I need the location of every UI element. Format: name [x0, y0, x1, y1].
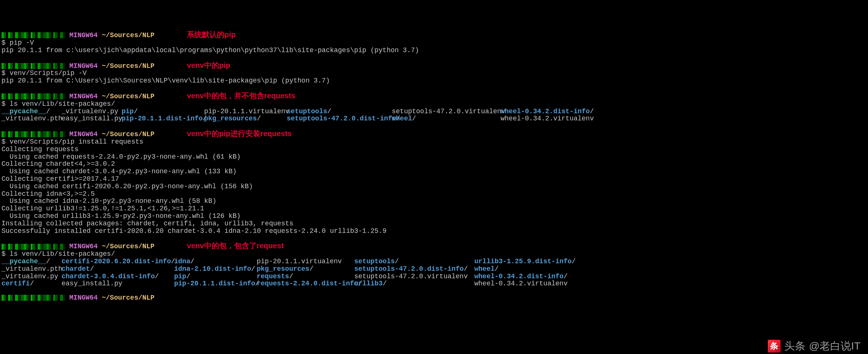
command-line[interactable]: $ venv/Scripts/pip -V [2, 70, 866, 77]
shell-label: MINGW64 [69, 130, 98, 138]
shell-label: MINGW64 [69, 243, 98, 250]
ls-name: requests [257, 273, 289, 280]
watermark-prefix: 头条 [784, 340, 805, 352]
output-line: Collecting certifi>=2017.4.17 [2, 176, 866, 183]
ls-entry: _virtualenv.pth [2, 266, 62, 273]
hostname-redacted [2, 93, 65, 99]
prompt-path: ~/Sources/NLP [102, 294, 154, 302]
ls-entry: setuptools-47.2.0.dist-info/ [354, 266, 474, 273]
ls-name: urllib3 [354, 280, 383, 287]
ls-entry: certifi-2020.6.20.dist-info/ [62, 258, 174, 266]
ls-slash: / [289, 273, 293, 280]
ls-name: easy_install.py [62, 115, 122, 122]
annotation: 系统默认的pip [187, 30, 236, 39]
ls-name: wheel-0.34.2.dist-info [474, 273, 564, 280]
command-text: pip -V [10, 39, 34, 46]
prompt-line: MINGW64 ~/Sources/NLP venv中的包，包含了request [2, 242, 866, 250]
hostname-redacted [2, 63, 65, 69]
output-line: Collecting idna<3,>=2.5 [2, 190, 866, 198]
annotation: venv中的包，包含了request [187, 242, 284, 250]
ls-entry: pkg_resources/ [257, 266, 354, 273]
ls-entry: setuptools-47.2.0.dist-info/ [287, 115, 392, 123]
ls-listing: __pycache__/certifi-2020.6.20.dist-info/… [2, 258, 866, 288]
blank-line [2, 123, 866, 129]
hostname-redacted [2, 244, 65, 250]
ls-name: wheel-0.34.2.dist-info [501, 108, 590, 115]
command-line[interactable]: $ pip -V [2, 39, 866, 47]
ls-entry: wheel/ [474, 266, 587, 273]
command-text: venv/Scripts/pip install requests [10, 138, 143, 146]
ls-name: __pycache__ [2, 258, 46, 265]
ls-entry: pip-20.1.1.virtualenv [204, 108, 287, 116]
ls-slash: / [190, 258, 194, 265]
ls-entry: chardet/ [62, 266, 174, 273]
shell-label: MINGW64 [69, 62, 98, 70]
ls-entry: chardet-3.0.4.dist-info/ [62, 273, 174, 280]
command-text: venv/Scripts/pip -V [10, 69, 87, 77]
ls-name: pip-20.1.1.virtualenv [257, 258, 342, 265]
ls-entry: setuptools/ [287, 108, 392, 116]
prompt-path: ~/Sources/NLP [102, 243, 154, 250]
ls-name: wheel [474, 265, 495, 273]
prompt-line: MINGW64 ~/Sources/NLP venv中的pip进行安装reque… [2, 129, 866, 138]
prompt-line: MINGW64 ~/Sources/NLP venv中的pip [2, 61, 866, 70]
blank-line [2, 85, 866, 92]
ls-slash: / [383, 280, 387, 287]
ls-entry: requests-2.24.0.dist-info/ [257, 280, 354, 288]
ls-slash: / [395, 258, 399, 265]
ls-slash: / [46, 108, 50, 115]
prompt-path: ~/Sources/NLP [102, 62, 154, 70]
ls-entry: easy_install.py [62, 115, 122, 123]
command-line[interactable]: $ ls venv/Lib/site-packages/ [2, 250, 866, 258]
ls-name: setuptools-47.2.0.dist-info [354, 265, 464, 273]
output-line: pip 20.1.1 from c:\users\jich\appdata\lo… [2, 47, 866, 54]
ls-entry: _virtualenv.py [2, 273, 62, 280]
ls-entry: __pycache__/ [2, 108, 62, 116]
output-line: Using cached chardet-3.0.4-py2.py3-none-… [2, 168, 866, 176]
ls-entry: _virtualenv.py [62, 108, 122, 116]
ls-slash: / [309, 265, 313, 273]
ls-name: _virtualenv.pth [2, 115, 62, 122]
ls-name: idna-2.10.dist-info [174, 265, 251, 273]
ls-name: _virtualenv.py [2, 273, 58, 280]
ls-name: idna [174, 258, 190, 265]
ls-name: setuptools-47.2.0.virtualenv [392, 108, 505, 115]
ls-name: wheel-0.34.2.virtualenv [474, 280, 567, 287]
ls-name: _virtualenv.pth [2, 265, 62, 273]
output-line: Using cached urllib3-1.25.9-py2.py3-none… [2, 213, 866, 220]
ls-slash: / [464, 265, 468, 273]
ls-entry: urllib3/ [354, 280, 474, 288]
ls-name: __pycache__ [2, 108, 46, 115]
ls-entry: urllib3-1.25.9.dist-info/ [474, 258, 587, 266]
ls-entry: wheel/ [392, 115, 501, 123]
hostname-redacted [2, 32, 65, 38]
output-line: Using cached certifi-2020.6.20-py2.py3-n… [2, 183, 866, 190]
ls-entry: pip-20.1.1.dist-info/ [174, 280, 257, 288]
command-line[interactable]: $ venv/Scripts/pip install requests [2, 138, 866, 146]
ls-name: setuptools-47.2.0.dist-info [287, 115, 396, 122]
ls-entry: pip-20.1.1.dist-info/ [122, 115, 204, 123]
output-line: Collecting requests [2, 146, 866, 153]
ls-slash: / [590, 108, 594, 115]
ls-entry: setuptools/ [354, 258, 474, 266]
ls-entry: pkg_resources/ [204, 115, 287, 123]
ls-slash: / [155, 273, 159, 280]
output-line: Installing collected packages: chardet, … [2, 220, 866, 228]
ls-entry: idna/ [174, 258, 257, 266]
ls-name: requests-2.24.0.dist-info [257, 280, 358, 287]
hostname-redacted [2, 295, 65, 301]
hostname-redacted [2, 131, 65, 137]
watermark: 条 头条 @老白说IT [768, 340, 860, 352]
ls-name: wheel-0.34.2.virtualenv [501, 115, 594, 122]
shell-label: MINGW64 [69, 32, 98, 39]
terminal-output: MINGW64 ~/Sources/NLP 系统默认的pip$ pip -Vpi… [2, 30, 866, 302]
output-line: Collecting chardet<4,>=3.0.2 [2, 160, 866, 168]
watermark-author: @老白说IT [809, 340, 860, 352]
command-line[interactable]: $ ls venv/Lib/site-packages/ [2, 100, 866, 108]
ls-name: _virtualenv.py [62, 108, 118, 115]
ls-slash: / [257, 115, 261, 122]
ls-entry: wheel-0.34.2.virtualenv [474, 280, 587, 288]
ls-entry: setuptools-47.2.0.virtualenv [392, 108, 501, 116]
ls-name: pip-20.1.1.dist-info [122, 115, 203, 122]
prompt-path: ~/Sources/NLP [102, 130, 154, 138]
